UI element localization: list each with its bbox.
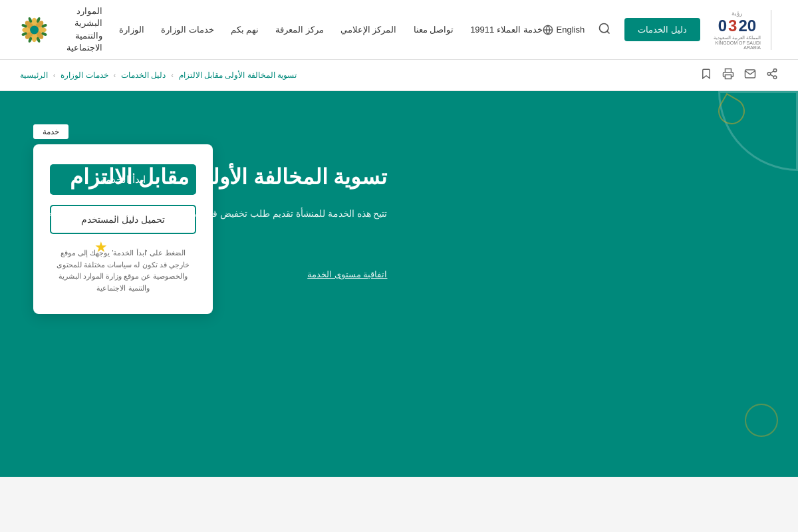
vision-logo: رؤية 20 3 0 المملكة العربية السعودية KIN… xyxy=(714,10,771,50)
breadcrumb-bar: تسوية المخالفة الأولى مقابل الالتزام › د… xyxy=(0,60,798,91)
nav-care[interactable]: نهم بكم xyxy=(231,25,259,35)
sla-link[interactable]: اتفاقية مستوى الخدمة xyxy=(33,269,387,279)
nav-ministry[interactable]: الوزارة xyxy=(119,25,144,35)
deco-circle xyxy=(745,404,778,437)
breadcrumb-services[interactable]: خدمات الوزارة xyxy=(61,70,108,80)
rating-area: (التقييم) ★ ★ ★ ★ ★ xyxy=(33,239,387,256)
vision-year-prefix: 20 xyxy=(738,17,756,35)
vision-label: رؤية xyxy=(732,10,742,17)
nav-knowledge-center[interactable]: مركز المعرفة xyxy=(275,25,324,35)
svg-point-22 xyxy=(767,72,771,76)
share-icon[interactable] xyxy=(766,68,778,82)
star-rating[interactable]: ★ ★ ★ ★ ★ xyxy=(33,239,108,256)
content-text-area: خدمة تسوية المخالفة الأولى مقابل الالتزا… xyxy=(33,124,387,279)
search-icon[interactable] xyxy=(598,22,611,38)
main-nav: خدمة العملاء 19911 تواصل معنا المركز الإ… xyxy=(20,5,543,54)
svg-point-21 xyxy=(773,69,777,72)
svg-line-25 xyxy=(770,71,773,73)
star-2[interactable]: ★ xyxy=(79,239,92,256)
site-header: رؤية 20 3 0 المملكة العربية السعودية KIN… xyxy=(0,0,798,60)
ministry-logo: الموارد البشرية والتنمية الاجتماعية xyxy=(20,5,102,54)
ministry-flower-icon xyxy=(20,10,49,50)
vision-sub2: KINGDOM OF SAUDI ARABIA xyxy=(714,41,761,50)
page-description: تتيح هذه الخدمة للمنشأة تقديم طلب تخفيض … xyxy=(33,205,387,222)
toolbar-icons xyxy=(700,68,778,82)
page-title: تسوية المخالفة الأولى مقابل الالتزام xyxy=(33,162,387,192)
star-4[interactable]: ★ xyxy=(49,239,62,256)
nav-customer-service[interactable]: خدمة العملاء 19911 xyxy=(470,25,542,35)
service-badge: خدمة xyxy=(33,124,68,139)
email-icon[interactable] xyxy=(744,68,756,82)
vision-sub: المملكة العربية السعودية xyxy=(714,35,761,41)
print-icon[interactable] xyxy=(722,68,734,82)
svg-point-12 xyxy=(30,25,39,34)
services-guide-button[interactable]: دليل الخدمات xyxy=(624,18,700,41)
svg-rect-26 xyxy=(726,75,732,79)
breadcrumb-current: تسوية المخالفة الأولى مقابل الالتزام xyxy=(179,70,297,80)
language-switch[interactable]: English xyxy=(543,25,585,35)
svg-point-23 xyxy=(773,76,777,79)
svg-line-24 xyxy=(770,74,773,76)
star-3[interactable]: ★ xyxy=(64,239,77,256)
breadcrumb: تسوية المخالفة الأولى مقابل الالتزام › د… xyxy=(20,70,297,80)
star-1[interactable]: ★ xyxy=(94,239,108,256)
main-content: خدمة تسوية المخالفة الأولى مقابل الالتزا… xyxy=(0,91,798,477)
svg-line-1 xyxy=(607,31,610,33)
ministry-name: الموارد البشرية والتنمية الاجتماعية xyxy=(55,5,102,54)
svg-point-0 xyxy=(600,23,608,32)
star-5[interactable]: ★ xyxy=(33,239,47,256)
nav-ministry-services[interactable]: خدمات الوزارة xyxy=(161,25,214,35)
rating-label: (التقييم) xyxy=(114,242,144,252)
bookmark-icon[interactable] xyxy=(700,68,712,82)
breadcrumb-guide[interactable]: دليل الخدمات xyxy=(121,70,166,80)
nav-contact-us[interactable]: تواصل معنا xyxy=(414,25,454,35)
breadcrumb-home[interactable]: الرئيسية xyxy=(20,70,48,80)
header-right: رؤية 20 3 0 المملكة العربية السعودية KIN… xyxy=(543,10,778,50)
content-layout: خدمة تسوية المخالفة الأولى مقابل الالتزا… xyxy=(33,118,765,279)
nav-media-center[interactable]: المركز الإعلامي xyxy=(340,25,397,35)
